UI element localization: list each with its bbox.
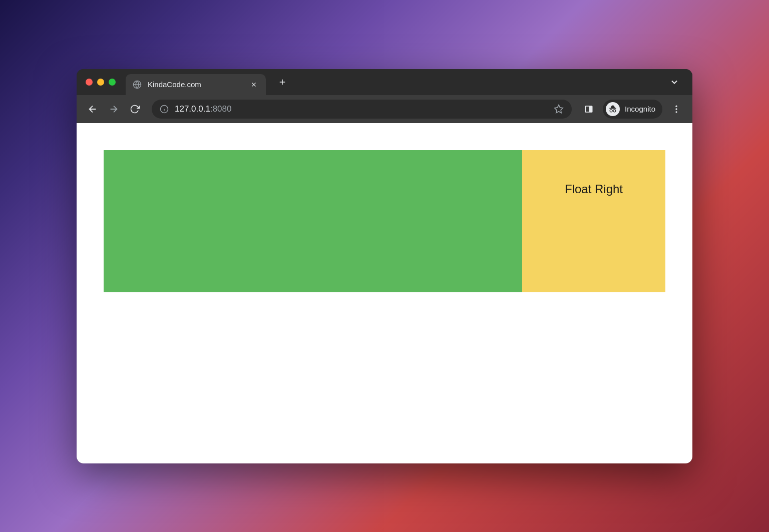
window-minimize-button[interactable] bbox=[97, 79, 104, 86]
window-maximize-button[interactable] bbox=[109, 79, 116, 86]
incognito-badge[interactable]: Incognito bbox=[603, 100, 662, 119]
browser-tab[interactable]: KindaCode.com bbox=[126, 74, 266, 95]
reload-button[interactable] bbox=[126, 100, 144, 118]
url-host: 127.0.0.1 bbox=[175, 104, 210, 114]
browser-window: KindaCode.com bbox=[77, 69, 692, 463]
forward-button[interactable] bbox=[105, 100, 123, 118]
bookmark-star-icon[interactable] bbox=[554, 104, 564, 114]
svg-point-9 bbox=[675, 111, 677, 113]
traffic-lights bbox=[86, 79, 116, 86]
float-right-text: Float Right bbox=[565, 182, 623, 292]
incognito-icon bbox=[606, 102, 620, 116]
titlebar: KindaCode.com bbox=[77, 69, 692, 95]
svg-point-8 bbox=[675, 108, 677, 110]
window-close-button[interactable] bbox=[86, 79, 93, 86]
page-viewport: Float Right bbox=[77, 123, 692, 463]
url-text: 127.0.0.1:8080 bbox=[175, 104, 548, 114]
tab-title: KindaCode.com bbox=[148, 80, 243, 89]
side-panel-icon[interactable] bbox=[580, 100, 598, 118]
address-bar[interactable]: 127.0.0.1:8080 bbox=[152, 100, 572, 119]
green-container: Float Right bbox=[104, 150, 665, 292]
tab-close-button[interactable] bbox=[249, 80, 259, 90]
url-port: :8080 bbox=[210, 104, 232, 114]
svg-point-7 bbox=[675, 105, 677, 107]
svg-point-5 bbox=[610, 109, 612, 112]
new-tab-button[interactable] bbox=[275, 75, 290, 90]
tabs-dropdown-button[interactable] bbox=[669, 77, 679, 87]
globe-icon bbox=[133, 80, 142, 89]
incognito-label: Incognito bbox=[625, 105, 655, 113]
float-right-box: Float Right bbox=[522, 150, 665, 292]
browser-menu-button[interactable] bbox=[667, 100, 685, 118]
site-info-icon[interactable] bbox=[160, 105, 169, 114]
back-button[interactable] bbox=[84, 100, 102, 118]
svg-point-6 bbox=[613, 109, 616, 112]
toolbar: 127.0.0.1:8080 bbox=[77, 95, 692, 123]
svg-marker-2 bbox=[555, 105, 563, 113]
svg-rect-4 bbox=[589, 106, 592, 112]
